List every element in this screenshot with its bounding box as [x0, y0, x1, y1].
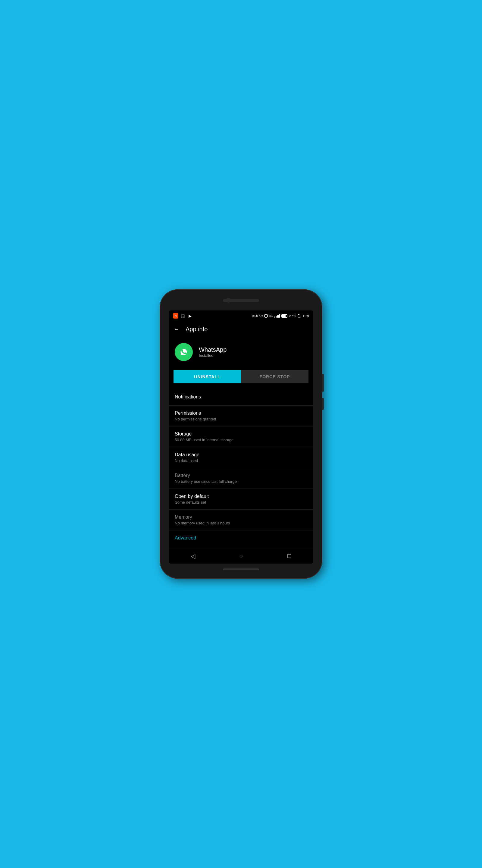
- back-button[interactable]: ←: [173, 326, 180, 333]
- sync-icon: [297, 314, 301, 318]
- uninstall-button[interactable]: UNINSTALL: [173, 370, 241, 383]
- storage-subtitle: 50.88 MB used in Internal storage: [175, 438, 307, 442]
- status-right-info: 0.00 K/s 4G: [252, 314, 310, 318]
- signal-bars-icon: [275, 314, 280, 318]
- network-speed: 0.00 K/s: [252, 314, 263, 318]
- storage-item[interactable]: Storage 50.88 MB used in Internal storag…: [169, 427, 313, 447]
- permissions-title: Permissions: [175, 410, 307, 416]
- notifications-title: Notifications: [175, 394, 307, 400]
- phone-device: R 🎧 ▶ 0.00 K/s 4G: [160, 289, 322, 579]
- battery-title: Battery: [175, 473, 307, 478]
- power-button: [322, 374, 324, 392]
- storage-title: Storage: [175, 431, 307, 437]
- recents-nav-button[interactable]: □: [280, 550, 298, 562]
- phone-screen: R 🎧 ▶ 0.00 K/s 4G: [169, 310, 313, 564]
- open-by-default-subtitle: Some defaults set: [175, 500, 307, 504]
- battery-icon: [281, 314, 288, 318]
- force-stop-button[interactable]: FORCE STOP: [241, 370, 309, 383]
- status-left-icons: R 🎧 ▶: [173, 313, 193, 318]
- advanced-label: Advanced: [175, 535, 196, 540]
- open-by-default-item[interactable]: Open by default Some defaults set: [169, 489, 313, 510]
- svg-rect-0: [265, 314, 267, 317]
- app-name: WhatsApp: [199, 346, 227, 353]
- status-bar: R 🎧 ▶ 0.00 K/s 4G: [169, 310, 313, 321]
- permissions-item[interactable]: Permissions No permissions granted: [169, 406, 313, 427]
- phone-speaker: [223, 299, 259, 302]
- app-status: Installed: [199, 353, 227, 358]
- app-info-section: WhatsApp Installed: [169, 337, 313, 367]
- svg-rect-4: [267, 316, 268, 317]
- vibrate-icon: [264, 314, 268, 318]
- action-buttons: UNINSTALL FORCE STOP: [173, 370, 309, 383]
- bottom-bar: [223, 568, 259, 570]
- data-usage-item[interactable]: Data usage No data used: [169, 447, 313, 468]
- open-by-default-title: Open by default: [175, 494, 307, 499]
- menu-list: Notifications Permissions No permissions…: [169, 390, 313, 548]
- back-nav-button[interactable]: ◁: [184, 550, 202, 562]
- volume-button: [322, 398, 324, 410]
- data-usage-title: Data usage: [175, 452, 307, 458]
- memory-title: Memory: [175, 515, 307, 520]
- reddit-icon: R: [173, 313, 178, 318]
- app-header: ← App info: [169, 321, 313, 337]
- svg-rect-2: [264, 316, 265, 317]
- home-nav-button[interactable]: ○: [232, 550, 250, 562]
- time-display: 1:29: [303, 314, 309, 318]
- memory-subtitle: No memory used in last 3 hours: [175, 521, 307, 525]
- svg-point-5: [298, 314, 301, 318]
- battery-subtitle: No battery use since last full charge: [175, 479, 307, 484]
- memory-item[interactable]: Memory No memory used in last 3 hours: [169, 510, 313, 530]
- music-icon: ▶: [187, 313, 193, 318]
- svg-rect-1: [264, 315, 265, 315]
- nav-bar: ◁ ○ □: [169, 548, 313, 564]
- headphones-icon: 🎧: [180, 313, 186, 318]
- network-type: 4G: [269, 314, 273, 318]
- permissions-subtitle: No permissions granted: [175, 417, 307, 421]
- svg-rect-3: [267, 315, 268, 315]
- data-usage-subtitle: No data used: [175, 458, 307, 463]
- battery-item[interactable]: Battery No battery use since last full c…: [169, 468, 313, 489]
- battery-percent: 87%: [289, 314, 296, 318]
- app-icon: [175, 343, 193, 361]
- app-name-block: WhatsApp Installed: [199, 346, 227, 358]
- page-title: App info: [186, 326, 207, 333]
- notifications-item[interactable]: Notifications: [169, 390, 313, 406]
- whatsapp-logo: [178, 347, 189, 358]
- advanced-item[interactable]: Advanced: [169, 530, 313, 546]
